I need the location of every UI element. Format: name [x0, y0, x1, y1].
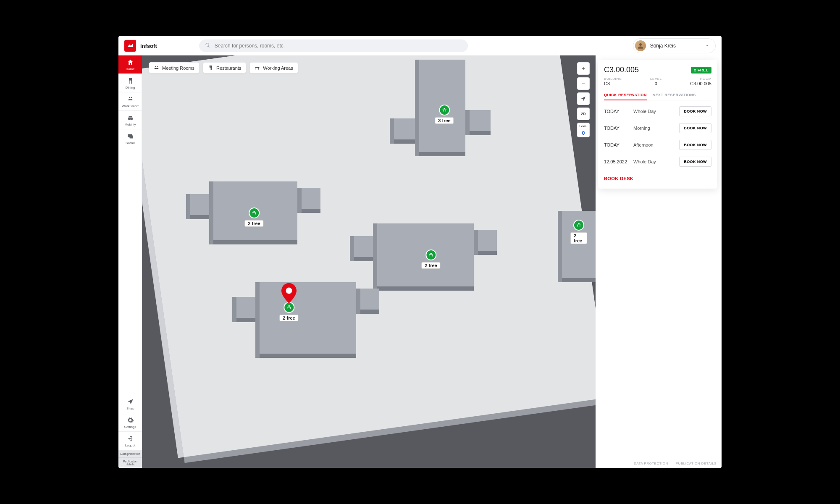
sidebar-item-home[interactable]: Home [118, 55, 142, 74]
slot-period: Morning [633, 126, 679, 131]
user-name: Sonja Kreis [650, 43, 676, 49]
sidebar-item-label: Mobility [124, 123, 136, 126]
level-value: 0 [578, 129, 589, 137]
zoom-out-button[interactable]: − [577, 77, 590, 90]
desk-block[interactable] [213, 181, 297, 240]
level-label: Level [578, 124, 589, 128]
desk-block[interactable] [419, 60, 465, 152]
meta-value: 0 [650, 81, 662, 86]
worksmart-icon [127, 96, 134, 103]
app-window: infsoft Sonja Kreis Home Dining WorkSmar… [118, 36, 722, 468]
sidebar-item-logout[interactable]: Logout [118, 431, 142, 450]
footer-link-data-protection[interactable]: Data protection [118, 450, 142, 457]
level-selector[interactable]: Level 0 [577, 123, 590, 137]
zoom-in-button[interactable]: + [577, 62, 590, 75]
svg-point-1 [129, 97, 130, 98]
desk-block[interactable] [354, 236, 373, 257]
footer-link-publication-details[interactable]: Publication details [118, 457, 142, 468]
home-icon [127, 59, 134, 66]
sidebar-item-label: WorkSmart [122, 104, 139, 108]
sidebar-item-worksmart[interactable]: WorkSmart [118, 92, 142, 110]
view-2d-button[interactable]: 2D [577, 108, 590, 120]
desk-block[interactable] [260, 282, 356, 354]
logout-icon [127, 435, 134, 442]
tab-quick-reservation[interactable]: QUICK RESERVATION [604, 93, 647, 100]
filter-restaurants[interactable]: Restaurants [203, 62, 246, 74]
book-desk-button[interactable]: BOOK DESK [604, 176, 633, 181]
brand-name: infsoft [140, 43, 157, 49]
book-now-button[interactable]: BOOK NOW [679, 106, 711, 116]
navigate-icon [580, 96, 586, 102]
tab-next-reservations[interactable]: NEXT RESERVATIONS [653, 93, 696, 100]
filter-working-areas[interactable]: Working Areas [249, 62, 298, 74]
details-panel: C3.00.005 2 FREE BUILDINGC3 LEVEL0 ROOMC… [596, 55, 722, 468]
dining-icon [127, 77, 134, 84]
sidebar-item-label: Home [126, 67, 134, 71]
search-bar[interactable] [199, 39, 468, 52]
meta-label: BUILDING [604, 77, 622, 81]
desk-block[interactable] [478, 230, 497, 251]
sidebar-item-label: Logout [125, 444, 135, 447]
panel-footer-links: DATA PROTECTION PUBLICATION DETAILS [634, 462, 717, 465]
svg-point-6 [155, 66, 156, 67]
svg-point-2 [131, 97, 132, 98]
svg-point-0 [639, 43, 642, 46]
desk-block[interactable] [236, 297, 255, 318]
svg-rect-4 [129, 135, 133, 138]
link-publication-details[interactable]: PUBLICATION DETAILS [676, 462, 717, 465]
search-input[interactable] [215, 43, 462, 49]
search-icon [205, 42, 215, 49]
sidebar-item-label: Settings [124, 425, 136, 429]
filter-label: Working Areas [263, 66, 293, 71]
map-controls: + − 2D Level 0 [577, 62, 590, 137]
brand-logo [124, 40, 136, 52]
sidebar: Home Dining WorkSmart Mobility Social [118, 55, 142, 468]
svg-point-5 [286, 288, 292, 294]
book-now-button[interactable]: BOOK NOW [679, 140, 711, 150]
room-code: C3.00.005 [604, 66, 639, 74]
svg-point-7 [157, 66, 158, 67]
map-filters: Meeting Rooms Restaurants Working Areas [149, 62, 298, 74]
sidebar-item-settings[interactable]: Settings [118, 413, 142, 431]
desk-block[interactable] [360, 289, 379, 310]
filter-label: Restaurants [216, 66, 241, 71]
avatar [635, 40, 646, 51]
slot-date: TODAY [604, 126, 633, 131]
reservation-slot: TODAY Afternoon BOOK NOW [604, 136, 711, 153]
map-viewport[interactable]: 3 free 2 free 2 free 2 free 2 free [142, 55, 596, 468]
desk-block[interactable] [470, 110, 491, 131]
sidebar-item-mobility[interactable]: Mobility [118, 110, 142, 129]
meta-value: C3 [604, 81, 622, 86]
reservation-slot: TODAY Whole Day BOOK NOW [604, 103, 711, 120]
header: infsoft Sonja Kreis [118, 36, 722, 55]
filter-label: Meeting Rooms [162, 66, 194, 71]
desk-block[interactable] [190, 194, 209, 215]
gear-icon [127, 417, 134, 424]
sidebar-item-label: Dining [126, 86, 135, 89]
desk-block[interactable] [302, 188, 320, 209]
link-data-protection[interactable]: DATA PROTECTION [634, 462, 668, 465]
locate-button[interactable] [577, 92, 590, 105]
slot-date: 12.05.2022 [604, 159, 633, 164]
social-icon [127, 133, 134, 140]
desk-block[interactable] [377, 223, 474, 286]
desk-block[interactable] [562, 211, 596, 278]
sites-icon [127, 398, 134, 405]
user-menu[interactable]: Sonja Kreis [633, 38, 716, 53]
book-now-button[interactable]: BOOK NOW [679, 123, 711, 133]
sidebar-item-sites[interactable]: Sites [118, 395, 142, 413]
reservation-slot: TODAY Morning BOOK NOW [604, 120, 711, 136]
filter-meeting-rooms[interactable]: Meeting Rooms [149, 62, 200, 74]
book-now-button[interactable]: BOOK NOW [679, 157, 711, 167]
sidebar-item-label: Sites [126, 407, 134, 410]
sidebar-item-dining[interactable]: Dining [118, 74, 142, 92]
desk-icon [255, 65, 260, 71]
room-card: C3.00.005 2 FREE BUILDINGC3 LEVEL0 ROOMC… [598, 60, 717, 189]
desk-block[interactable] [394, 118, 415, 139]
availability-badge: 2 FREE [691, 67, 711, 74]
slot-date: TODAY [604, 142, 633, 147]
reservation-slots: TODAY Whole Day BOOK NOW TODAY Morning B… [604, 103, 711, 170]
sidebar-item-social[interactable]: Social [118, 129, 142, 147]
meta-label: ROOM [690, 77, 711, 81]
sidebar-item-label: Social [126, 141, 135, 145]
